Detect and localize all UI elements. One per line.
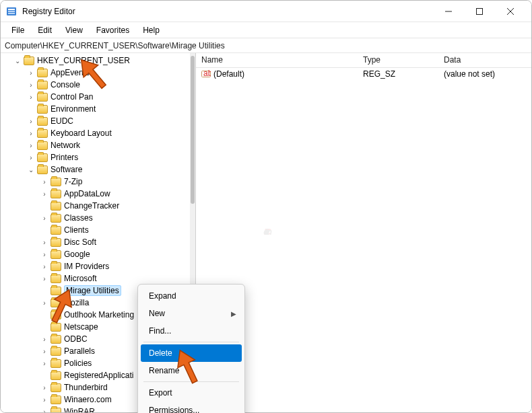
tree-item-label: Microsoft — [64, 274, 97, 283]
folder-icon — [51, 396, 61, 404]
ctx-expand[interactable]: Expand — [141, 287, 242, 305]
menu-help[interactable]: Help — [137, 24, 165, 36]
svg-rect-2 — [8, 11, 15, 12]
menu-favorites[interactable]: Favorites — [91, 24, 135, 36]
ctx-permissions[interactable]: Permissions... — [141, 402, 242, 413]
tree-item[interactable]: ›Console — [3, 79, 190, 91]
folder-icon — [37, 165, 48, 174]
tree-item[interactable]: ›7-Zip — [3, 176, 190, 188]
menu-edit[interactable]: Edit — [32, 24, 57, 36]
tree-item-software[interactable]: ⌄Software — [3, 163, 190, 176]
tree-item-label: Console — [51, 80, 80, 89]
tree-item[interactable]: ›Classes — [3, 212, 190, 224]
folder-icon — [51, 214, 61, 223]
chevron-right-icon[interactable]: › — [26, 80, 36, 89]
ctx-separator — [143, 381, 239, 382]
tree-item[interactable]: ›AppDataLow — [3, 188, 190, 200]
tree-item-label: Winaero.com — [64, 395, 112, 404]
folder-icon — [37, 81, 48, 89]
tree-item[interactable]: ›Disc Soft — [3, 236, 190, 248]
column-data[interactable]: Data — [438, 53, 531, 67]
tree-item[interactable]: Clients — [3, 224, 190, 236]
tree-item-label: Netscape — [64, 322, 98, 332]
folder-icon — [24, 57, 34, 65]
chevron-right-icon[interactable]: › — [26, 116, 36, 126]
tree-item-label: Disc Soft — [64, 237, 96, 247]
titlebar: Registry Editor — [1, 1, 531, 22]
column-name[interactable]: Name — [196, 53, 358, 67]
chevron-right-icon[interactable]: › — [40, 274, 49, 283]
tree-item-label: Control Pan — [51, 92, 93, 102]
tree-item-label: Network — [51, 141, 80, 150]
tree-item[interactable]: ›IM Providers — [3, 260, 190, 272]
chevron-right-icon[interactable]: › — [26, 92, 36, 102]
tree-item-label: AppDataLow — [64, 189, 110, 198]
scrollbar-thumb[interactable] — [191, 56, 195, 204]
chevron-right-icon[interactable]: › — [40, 262, 49, 271]
ctx-find[interactable]: Find... — [141, 322, 242, 340]
ctx-export[interactable]: Export — [141, 384, 242, 402]
tree-item[interactable]: ›Control Pan — [3, 91, 190, 103]
svg-rect-3 — [8, 13, 15, 14]
chevron-down-icon[interactable]: ⌄ — [13, 56, 22, 65]
chevron-right-icon[interactable]: › — [40, 334, 49, 344]
tree-spacer — [40, 310, 49, 320]
tree-item[interactable]: ›EUDC — [3, 115, 190, 127]
tree-item[interactable]: ›Google — [3, 248, 190, 260]
chevron-right-icon[interactable]: › — [40, 213, 49, 223]
list-row[interactable]: ab (Default) REG_SZ (value not set) — [196, 68, 531, 80]
svg-rect-1 — [8, 9, 15, 10]
tree-item-label: Thunderbird — [64, 383, 108, 392]
folder-icon — [37, 141, 48, 150]
tree-item[interactable]: ›AppEvents — [3, 67, 190, 79]
tree-item[interactable]: ›Printers — [3, 151, 190, 163]
menu-file[interactable]: File — [6, 24, 30, 36]
chevron-right-icon[interactable]: › — [40, 395, 49, 404]
tree-item[interactable]: ChangeTracker — [3, 200, 190, 212]
tree-spacer — [40, 286, 49, 295]
tree-item-label: Clients — [64, 225, 89, 235]
address-bar[interactable]: Computer\HKEY_CURRENT_USER\Software\Mira… — [1, 38, 531, 53]
ctx-delete[interactable]: Delete — [141, 344, 242, 362]
tree-item-label: RegisteredApplicati — [64, 371, 133, 380]
menu-view[interactable]: View — [60, 24, 88, 36]
chevron-right-icon[interactable]: › — [40, 359, 49, 368]
tree-item-label: WinRAR — [64, 407, 95, 412]
chevron-right-icon[interactable]: › — [26, 68, 36, 77]
tree-item-label: Parallels — [64, 346, 95, 356]
tree-item[interactable]: ›Network — [3, 139, 190, 151]
maximize-button[interactable] — [464, 1, 495, 22]
close-button[interactable] — [495, 1, 526, 22]
registry-editor-window: Registry Editor File Edit View Favorites… — [0, 0, 532, 413]
chevron-right-icon[interactable]: › — [26, 153, 36, 162]
chevron-right-icon[interactable]: › — [40, 407, 49, 412]
folder-icon — [51, 238, 61, 247]
chevron-right-icon[interactable]: › — [40, 383, 49, 392]
chevron-right-icon[interactable]: › — [40, 346, 49, 356]
tree-item-label: ODBC — [64, 334, 88, 344]
tree-item-label: IM Providers — [64, 262, 109, 271]
split-pane: ⌄HKEY_CURRENT_USER›AppEvents›Console›Con… — [1, 53, 531, 412]
tree-spacer — [26, 104, 36, 114]
tree-item-label: Google — [64, 250, 90, 259]
chevron-right-icon[interactable]: › — [40, 177, 49, 186]
ctx-new[interactable]: New ▶ — [141, 305, 242, 322]
chevron-right-icon[interactable]: › — [40, 250, 49, 259]
column-type[interactable]: Type — [358, 53, 438, 67]
chevron-right-icon[interactable]: › — [40, 237, 49, 247]
ctx-rename[interactable]: Rename — [141, 362, 242, 379]
folder-icon — [37, 129, 48, 138]
chevron-down-icon[interactable]: ⌄ — [26, 165, 36, 174]
value-name: (Default) — [213, 69, 244, 79]
tree-item[interactable]: ›Microsoft — [3, 272, 190, 285]
chevron-right-icon[interactable]: › — [40, 298, 49, 307]
tree-item[interactable]: ›Keyboard Layout — [3, 127, 190, 139]
tree-item-label: Mirage Utilities — [64, 285, 121, 296]
chevron-right-icon[interactable]: › — [26, 141, 36, 150]
tree-item-hkcu[interactable]: ⌄HKEY_CURRENT_USER — [3, 54, 190, 67]
tree-item[interactable]: Environment — [3, 103, 190, 115]
chevron-right-icon[interactable]: › — [26, 128, 36, 138]
folder-icon — [37, 69, 48, 77]
chevron-right-icon[interactable]: › — [40, 189, 49, 198]
minimize-button[interactable] — [433, 1, 464, 22]
